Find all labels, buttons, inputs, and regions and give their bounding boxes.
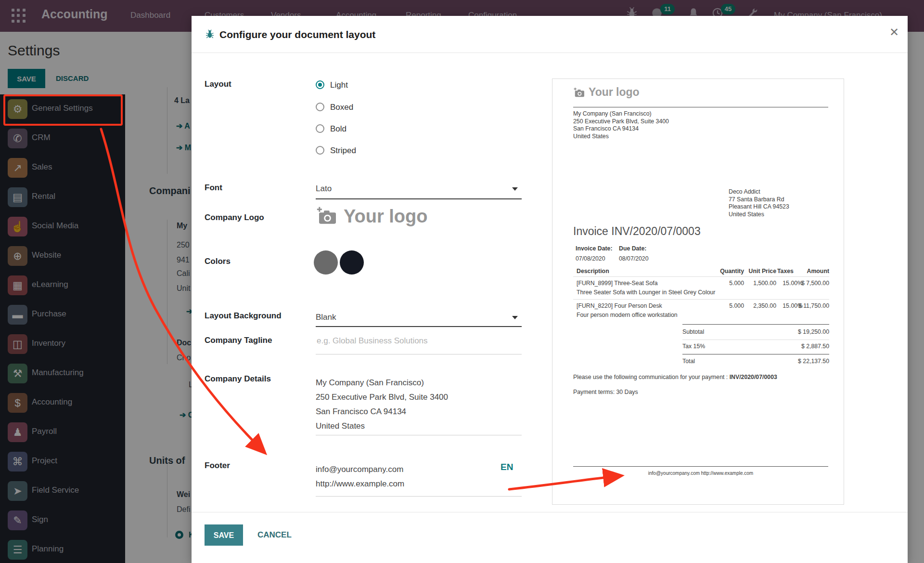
table-row-desc: Four person modern office workstation xyxy=(577,312,678,319)
layout-background-select[interactable]: Blank xyxy=(316,313,336,322)
table-row-name: [FURN_8999] Three-Seat Sofa xyxy=(577,280,658,288)
language-badge[interactable]: EN xyxy=(500,462,513,472)
divider xyxy=(573,299,829,300)
divider xyxy=(682,324,829,325)
divider xyxy=(573,466,828,467)
total-label: Total xyxy=(682,358,695,366)
divider xyxy=(316,435,522,435)
divider xyxy=(316,198,522,199)
row-price: 2,350.00 xyxy=(745,302,776,310)
company-logo-upload[interactable]: Your logo xyxy=(316,206,428,227)
radio-light-label[interactable]: Light xyxy=(330,80,348,90)
preview-logo: Your logo xyxy=(573,86,640,99)
divider xyxy=(573,107,828,107)
footer-text[interactable]: info@yourcompany.com http://www.example.… xyxy=(316,462,404,491)
radio-bold-label[interactable]: Bold xyxy=(330,124,346,134)
company-logo-label: Company Logo xyxy=(205,213,264,223)
subtotal-label: Subtotal xyxy=(682,328,704,336)
company-tagline-input[interactable] xyxy=(316,336,522,346)
secondary-color-swatch[interactable] xyxy=(340,250,364,275)
colors-label: Colors xyxy=(205,257,231,266)
tax-value: $ 2,887.50 xyxy=(755,343,829,351)
radio-boxed-label[interactable]: Boxed xyxy=(330,103,353,112)
radio-striped[interactable] xyxy=(316,146,324,155)
col-unit-price: Unit Price xyxy=(745,268,776,275)
divider xyxy=(682,340,829,340)
company-details-label: Company Details xyxy=(205,374,271,384)
preview-invoice-title: Invoice INV/2020/07/0003 xyxy=(573,225,701,238)
radio-light[interactable] xyxy=(316,80,324,89)
row-qty: 5.000 xyxy=(701,302,744,310)
modal-title: Configure your document layout xyxy=(219,16,375,53)
company-details-text[interactable]: My Company (San Francisco) 250 Executive… xyxy=(316,376,448,433)
modal-save-button[interactable]: SAVE xyxy=(205,524,243,546)
modal-header: Configure your document layout ✕ xyxy=(192,16,908,53)
preview-company-address: My Company (San Francisco) 250 Executive… xyxy=(573,110,669,140)
layout-label: Layout xyxy=(205,79,231,89)
col-amount: Amount xyxy=(783,268,829,275)
camera-plus-icon xyxy=(316,206,337,225)
due-date-label: Due Date: xyxy=(619,245,646,253)
total-value: $ 22,137.50 xyxy=(755,358,829,366)
due-date-value: 08/07/2020 xyxy=(619,255,649,263)
invoice-date-value: 07/08/2020 xyxy=(576,255,605,263)
subtotal-value: $ 19,250.00 xyxy=(755,328,829,336)
bug-icon xyxy=(205,29,215,39)
invoice-date-label: Invoice Date: xyxy=(576,245,613,253)
chevron-down-icon[interactable] xyxy=(512,187,518,191)
divider xyxy=(192,512,908,512)
radio-boxed[interactable] xyxy=(316,103,324,111)
font-select[interactable]: Lato xyxy=(316,184,332,194)
screen: Accounting Dashboard Customers Vendors A… xyxy=(0,0,924,563)
divider xyxy=(316,326,522,327)
camera-plus-icon xyxy=(573,87,585,98)
document-layout-modal: Configure your document layout ✕ Layout … xyxy=(192,16,908,563)
footer-label: Footer xyxy=(205,461,230,471)
company-tagline-label: Company Tagline xyxy=(205,336,272,345)
document-preview: Your logo My Company (San Francisco) 250… xyxy=(552,79,844,505)
tax-label: Tax 15% xyxy=(682,343,705,351)
radio-striped-label[interactable]: Striped xyxy=(330,146,356,156)
close-icon[interactable]: ✕ xyxy=(889,26,899,39)
preview-footer-text: info@yourcompany.com http://www.example.… xyxy=(573,470,828,477)
layout-background-label: Layout Background xyxy=(205,311,282,321)
chevron-down-icon[interactable] xyxy=(512,316,518,319)
divider xyxy=(573,276,829,277)
row-amount: $ 11,750.00 xyxy=(783,302,829,310)
payment-communication: Please use the following communication f… xyxy=(573,374,777,381)
divider xyxy=(316,496,522,497)
table-row-name: [FURN_8220] Four Person Desk xyxy=(577,302,662,310)
divider xyxy=(316,354,522,354)
row-qty: 5.000 xyxy=(701,280,744,288)
radio-bold[interactable] xyxy=(316,124,324,133)
payment-terms: Payment terms: 30 Days xyxy=(573,389,638,396)
primary-color-swatch[interactable] xyxy=(314,250,338,275)
preview-customer-address: Deco Addict 77 Santa Barbara Rd Pleasant… xyxy=(729,188,789,218)
modal-cancel-button[interactable]: CANCEL xyxy=(257,530,292,540)
font-label: Font xyxy=(205,183,222,193)
row-price: 1,500.00 xyxy=(745,280,776,288)
table-row-desc: Three Seater Sofa with Lounger in Steel … xyxy=(577,289,715,297)
row-amount: $ 7,500.00 xyxy=(783,280,829,288)
col-description: Description xyxy=(577,268,609,275)
divider xyxy=(682,354,829,354)
col-quantity: Quantity xyxy=(701,268,744,275)
